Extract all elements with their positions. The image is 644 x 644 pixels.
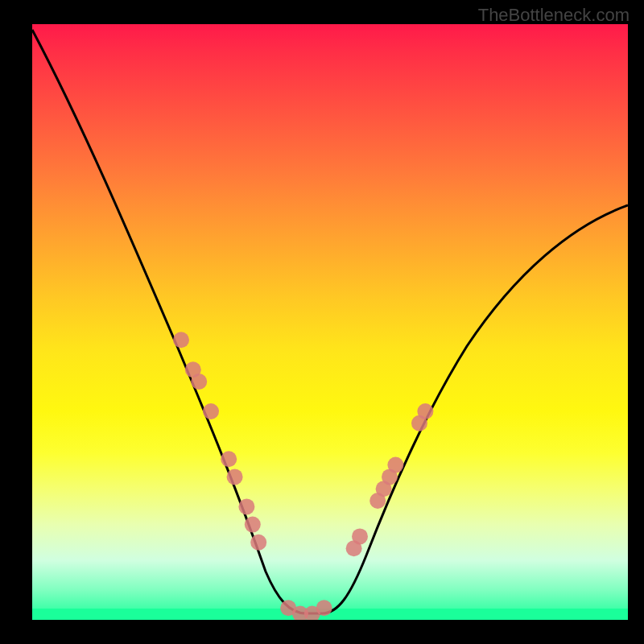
bottleneck-curve-line	[32, 30, 628, 613]
curve-marker-dot	[352, 528, 368, 544]
curve-marker-dot	[227, 469, 243, 485]
curve-marker-dot	[203, 403, 219, 419]
curve-marker-dot	[245, 517, 261, 533]
chart-plot-area	[32, 24, 628, 620]
chart-svg	[32, 24, 628, 620]
watermark-text: TheBottleneck.com	[478, 5, 630, 26]
curve-marker-dot	[417, 403, 433, 419]
curve-marker-dot	[250, 535, 266, 551]
curve-marker-dot	[173, 332, 189, 348]
curve-marker-dot	[387, 457, 403, 473]
curve-marker-dot	[221, 451, 237, 467]
curve-marker-dot	[191, 374, 207, 390]
curve-marker-dot	[316, 600, 332, 616]
curve-markers	[173, 332, 433, 620]
curve-marker-dot	[238, 498, 254, 514]
